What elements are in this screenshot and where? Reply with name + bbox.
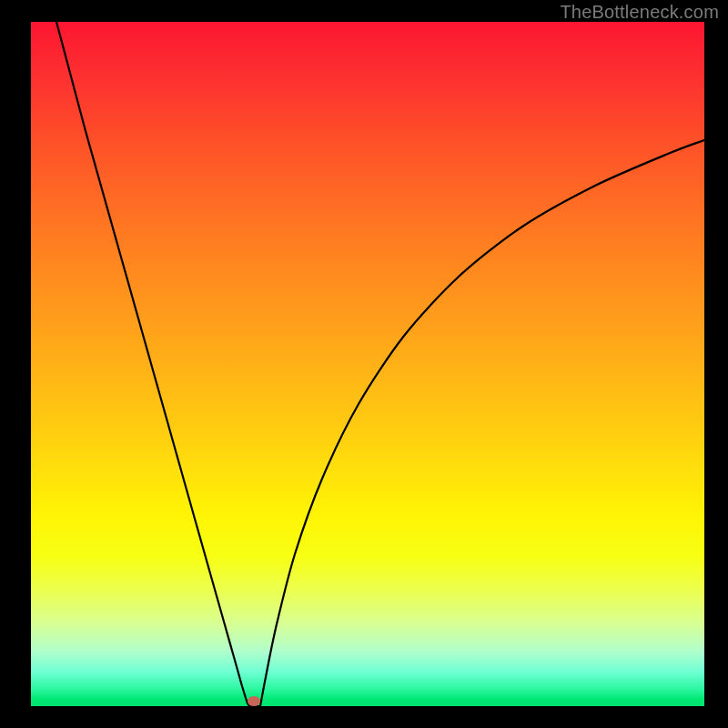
- optimum-marker: [248, 696, 260, 706]
- watermark-text: TheBottleneck.com: [560, 2, 719, 23]
- chart-frame: TheBottleneck.com: [0, 0, 728, 728]
- curve-path: [56, 22, 704, 706]
- bottleneck-curve: [31, 22, 704, 706]
- plot-area: [31, 22, 704, 706]
